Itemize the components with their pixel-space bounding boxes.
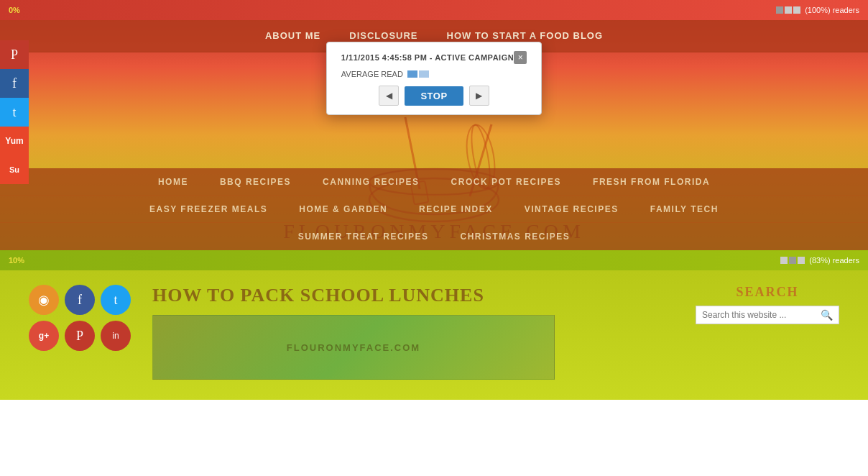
next-button[interactable]: ▶	[469, 86, 489, 106]
header-area: P f t Yum Su ABOUT ME DISCLOSURE HOW TO …	[0, 20, 868, 250]
popup-title: 1/11/2015 4:45:58 PM - ACTIVE CAMPAIGN	[341, 53, 514, 62]
sidebar: SEARCH 🔍	[696, 285, 839, 385]
progress-block-1	[776, 6, 783, 14]
pinterest-circle-btn[interactable]: P	[65, 321, 95, 351]
stop-button[interactable]: STOP	[405, 86, 463, 106]
top-progress-bar: 0% (100%) readers	[0, 0, 868, 20]
close-icon: ×	[518, 52, 523, 63]
search-title: SEARCH	[696, 285, 839, 300]
top-progress-right: (100%) readers	[776, 6, 859, 14]
popup-overlay: 1/11/2015 4:45:58 PM - ACTIVE CAMPAIGN ×…	[0, 20, 868, 250]
subtitle-label: AVERAGE READ	[341, 70, 403, 78]
post-image-label: FLOURONMYFACE.COM	[287, 342, 420, 353]
social-row-1: ◉ f t	[29, 285, 131, 315]
top-progress-percent: 0%	[9, 6, 20, 14]
search-input[interactable]	[702, 310, 821, 320]
googleplus-icon: g+	[39, 331, 49, 341]
bottom-progress-right: (83%) readers	[780, 256, 859, 265]
bottom-block-3	[798, 257, 805, 264]
popup-header: 1/11/2015 4:45:58 PM - ACTIVE CAMPAIGN ×	[341, 51, 527, 64]
search-box: 🔍	[696, 306, 839, 324]
popup-close-button[interactable]: ×	[514, 51, 527, 64]
prev-icon: ◀	[386, 91, 392, 101]
search-icon: 🔍	[821, 309, 833, 321]
avg-read-bar	[407, 70, 429, 78]
instagram-icon: in	[112, 331, 119, 341]
progress-block-3	[793, 6, 800, 14]
instagram-circle-btn[interactable]: in	[101, 321, 131, 351]
popup-subtitle: AVERAGE READ	[341, 70, 527, 78]
progress-block-2	[785, 6, 792, 14]
facebook-circle-icon: f	[78, 293, 82, 308]
twitter-circle-icon: t	[114, 293, 117, 308]
social-icons-bottom: ◉ f t g+ P in	[29, 285, 131, 385]
avg-bar-2	[419, 70, 429, 78]
googleplus-circle-btn[interactable]: g+	[29, 321, 59, 351]
bottom-readers-label: (83%) readers	[809, 256, 859, 265]
twitter-circle-btn[interactable]: t	[101, 285, 131, 315]
bottom-block-2	[789, 257, 796, 264]
prev-button[interactable]: ◀	[379, 86, 399, 106]
top-readers-label: (100%) readers	[805, 6, 859, 14]
popup-controls: ◀ STOP ▶	[341, 86, 527, 106]
content-area: ◉ f t g+ P in HOW TO PACK SCHOOL LUNCHES…	[0, 270, 868, 400]
pinterest-circle-icon: P	[76, 329, 83, 344]
bottom-block-1	[780, 257, 788, 264]
bottom-progress-bar: 10% (83%) readers	[0, 250, 868, 270]
rss-icon: ◉	[38, 292, 50, 308]
avg-bar-1	[407, 70, 417, 78]
post-title: HOW TO PACK SCHOOL LUNCHES	[152, 285, 681, 306]
top-progress-indicator	[776, 6, 800, 14]
main-content: HOW TO PACK SCHOOL LUNCHES FLOURONMYFACE…	[152, 285, 681, 385]
bottom-progress-percent: 10%	[9, 256, 24, 265]
bottom-progress-indicator	[780, 257, 805, 264]
social-row-2: g+ P in	[29, 321, 131, 351]
facebook-circle-btn[interactable]: f	[65, 285, 95, 315]
search-button[interactable]: 🔍	[821, 309, 833, 321]
next-icon: ▶	[476, 91, 482, 101]
rss-button[interactable]: ◉	[29, 285, 59, 315]
post-image: FLOURONMYFACE.COM	[152, 315, 555, 380]
active-campaign-popup: 1/11/2015 4:45:58 PM - ACTIVE CAMPAIGN ×…	[326, 42, 542, 115]
